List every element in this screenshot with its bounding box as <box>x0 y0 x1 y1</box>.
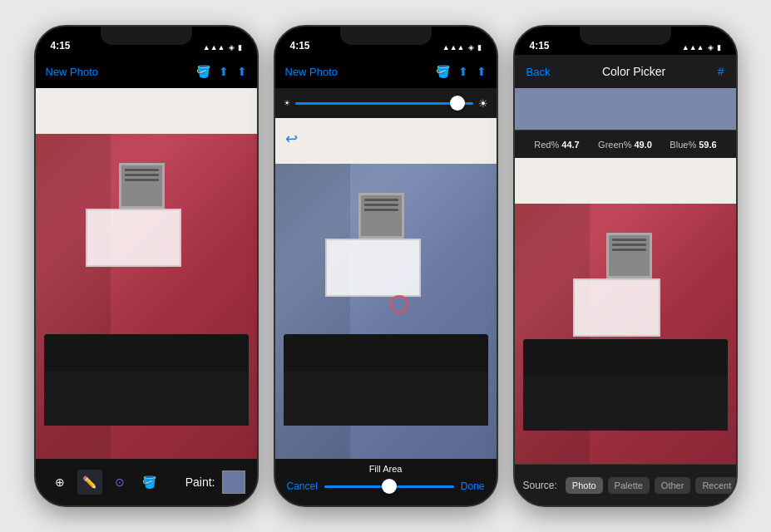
picture-frame-1 <box>119 163 165 209</box>
phones-container: 4:15 ▲▲▲ ◈ ▮ New Photo 🪣 ⬆ ⬆ <box>17 8 754 524</box>
wifi-icon: ◈ <box>229 43 235 52</box>
hash-button[interactable]: # <box>718 65 724 78</box>
share-icon[interactable]: ⬆ <box>219 65 229 78</box>
wifi-icon-2: ◈ <box>468 43 474 52</box>
status-time-3: 4:15 <box>530 40 550 52</box>
signal-icon-2: ▲▲▲ <box>442 43 465 52</box>
source-label: Source: <box>523 480 557 491</box>
red-value: Red% 44.7 <box>523 140 591 150</box>
status-icons-3: ▲▲▲ ◈ ▮ <box>682 43 721 52</box>
battery-icon: ▮ <box>238 43 242 52</box>
color-picker-title: Color Picker <box>602 65 665 78</box>
tool-icons-1: ⊕ ✏️ ⊙ 🪣 <box>47 470 162 495</box>
picture-frame-3 <box>606 233 652 278</box>
source-tab-recent[interactable]: Recent <box>695 477 737 494</box>
red-num: 44.7 <box>561 140 579 150</box>
selection-circle <box>390 295 408 313</box>
ring-tool[interactable]: ⊙ <box>107 470 132 495</box>
export-icon[interactable]: ⬆ <box>237 65 247 78</box>
ceiling-3 <box>515 158 736 204</box>
whiteboard-2 <box>325 239 421 297</box>
back-button[interactable]: Back <box>526 66 551 78</box>
nav-icons-2: 🪣 ⬆ ⬆ <box>436 65 487 78</box>
brightness-bar: ☀ ☀ <box>275 88 497 118</box>
couch-back-1 <box>44 334 249 372</box>
fill-done-button[interactable]: Done <box>461 480 485 492</box>
status-time-1: 4:15 <box>51 40 71 52</box>
picture-inner-3 <box>609 235 650 276</box>
screen-3 <box>515 158 736 464</box>
red-label: Red% <box>534 140 559 150</box>
brightness-slider[interactable] <box>295 102 473 105</box>
fill-area-bar: Fill Area Cancel Done <box>275 459 497 505</box>
nav-bar-2: New Photo 🪣 ⬆ ⬆ <box>275 55 497 88</box>
paint-bucket-icon-2[interactable]: 🪣 <box>436 65 450 78</box>
blue-label: Blue% <box>670 140 696 150</box>
wifi-icon-3: ◈ <box>708 43 714 52</box>
brightness-thumb[interactable] <box>450 96 465 111</box>
brightness-low-icon: ☀ <box>284 99 290 107</box>
source-tab-palette[interactable]: Palette <box>608 477 650 494</box>
screen-1 <box>36 88 257 459</box>
screen-2: ↩ <box>275 118 497 459</box>
battery-icon-2: ▮ <box>477 43 482 52</box>
source-tab-photo[interactable]: Photo <box>566 477 603 494</box>
status-bar-1: 4:15 ▲▲▲ ◈ ▮ <box>36 27 257 55</box>
picture-inner-2 <box>361 195 402 236</box>
source-tab-other[interactable]: Other <box>655 477 691 494</box>
nav-title-2[interactable]: New Photo <box>285 66 339 78</box>
picture-inner-1 <box>121 165 162 206</box>
couch-2 <box>284 334 488 426</box>
fill-cancel-button[interactable]: Cancel <box>287 480 318 492</box>
brightness-high-icon: ☀ <box>478 97 488 110</box>
lasso-tool[interactable]: ⊕ <box>47 470 72 495</box>
nav-icons-1: 🪣 ⬆ ⬆ <box>196 65 247 78</box>
status-icons-2: ▲▲▲ ◈ ▮ <box>442 43 482 52</box>
paint-label-1: Paint: <box>185 470 245 494</box>
whiteboard-3 <box>573 278 660 337</box>
signal-icon: ▲▲▲ <box>203 43 225 52</box>
blue-value: Blue% 59.6 <box>660 140 728 150</box>
phone-1: 4:15 ▲▲▲ ◈ ▮ New Photo 🪣 ⬆ ⬆ <box>34 25 259 507</box>
color-preview-bar <box>515 88 736 130</box>
fill-controls: Cancel Done <box>287 480 485 492</box>
hat-tool[interactable]: 🪣 <box>137 470 162 495</box>
rgb-bar: Red% 44.7 Green% 49.0 Blue% 59.6 <box>515 130 736 158</box>
brush-tool[interactable]: ✏️ <box>77 470 102 495</box>
phone-3: 4:15 ▲▲▲ ◈ ▮ Back Color Picker # Red% 44… <box>513 25 738 507</box>
source-bar: Source: Photo Palette Other Recent <box>515 464 736 505</box>
share-icon-2[interactable]: ⬆ <box>458 65 468 78</box>
couch-3 <box>523 339 728 431</box>
whiteboard-1 <box>86 209 181 267</box>
nav-bar-1: New Photo 🪣 ⬆ ⬆ <box>36 55 257 88</box>
status-time-2: 4:15 <box>290 40 310 52</box>
signal-icon-3: ▲▲▲ <box>682 43 704 52</box>
ceiling-1 <box>36 88 257 134</box>
status-icons-1: ▲▲▲ ◈ ▮ <box>203 43 242 52</box>
export-icon-2[interactable]: ⬆ <box>477 65 487 78</box>
phone-2: 4:15 ▲▲▲ ◈ ▮ New Photo 🪣 ⬆ ⬆ ☀ ☀ <box>274 25 498 507</box>
status-bar-3: 4:15 ▲▲▲ ◈ ▮ <box>515 27 736 55</box>
color-picker-nav: Back Color Picker # <box>515 55 736 88</box>
green-num: 49.0 <box>635 140 652 150</box>
paint-text: Paint: <box>185 475 215 489</box>
fill-slider[interactable] <box>324 485 454 488</box>
fill-area-label: Fill Area <box>369 464 403 474</box>
paint-swatch-1[interactable] <box>222 470 245 494</box>
picture-frame-2 <box>358 193 404 239</box>
couch-1 <box>44 334 249 426</box>
bottom-toolbar-1: ⊕ ✏️ ⊙ 🪣 Paint: <box>36 459 257 505</box>
nav-title-1[interactable]: New Photo <box>46 66 99 78</box>
undo-button[interactable]: ↩ <box>285 130 298 148</box>
fill-slider-thumb[interactable] <box>382 479 397 494</box>
couch-back-3 <box>523 339 728 377</box>
green-value: Green% 49.0 <box>591 140 660 150</box>
green-label: Green% <box>598 140 631 150</box>
ceiling-2 <box>275 118 497 164</box>
paint-bucket-icon[interactable]: 🪣 <box>196 65 210 78</box>
couch-back-2 <box>284 334 488 372</box>
status-bar-2: 4:15 ▲▲▲ ◈ ▮ <box>275 27 497 55</box>
battery-icon-3: ▮ <box>717 43 721 52</box>
blue-num: 59.6 <box>699 140 716 150</box>
